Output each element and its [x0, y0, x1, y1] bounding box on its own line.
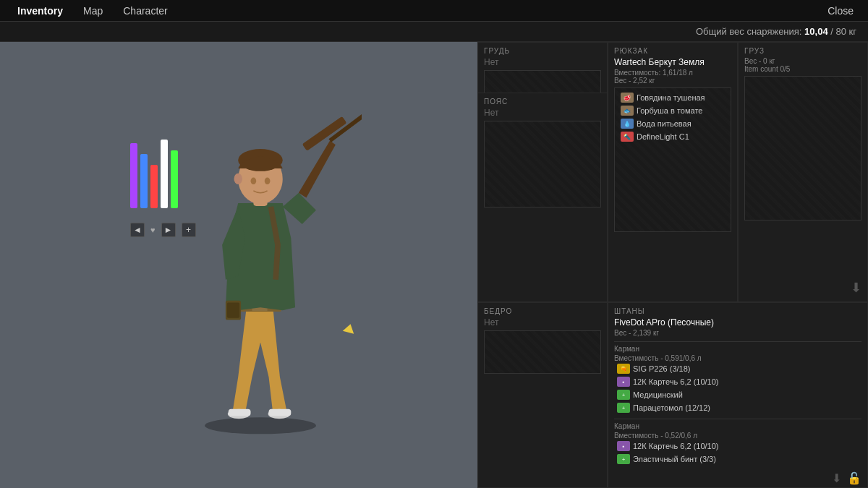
shtany-import-icon[interactable]: ⬇: [832, 471, 841, 485]
pocket-1-capacity: Вместимость - 0,591/0,6 л: [614, 354, 861, 362]
pocket-1: Карман Вместимость - 0,591/0,6 л 🔫 SIG P…: [614, 341, 861, 414]
stat-heart-icon: ♥: [150, 226, 156, 234]
character-svg: [159, 78, 362, 440]
svg-point-14: [234, 174, 242, 184]
para-label: Парацетомол (12/12): [633, 403, 710, 412]
inventory-panels: ГРУДЬ Нет РЮКЗАК Wartech Беркут Земля Вм…: [477, 42, 868, 488]
bandage-icon: +: [617, 454, 630, 464]
svg-rect-4: [269, 409, 292, 416]
ryukzak-capacity: Вместимость: 1,61/18 л: [614, 69, 731, 77]
shtany-actions: ⬇ 🔓: [614, 468, 861, 488]
bedro-content[interactable]: [484, 330, 601, 374]
weight-current: 10,04: [804, 26, 828, 37]
ammo2-label: 12К Картечь 6,2 (10/10): [633, 442, 719, 450]
stat-bar-blue: [140, 154, 148, 208]
gruz-count: Item count 0/5: [744, 65, 861, 73]
item-ammo1[interactable]: ▪ 12К Картечь 6,2 (10/10): [614, 375, 861, 388]
item-ammo2[interactable]: ▪ 12К Картечь 6,2 (10/10): [614, 440, 861, 453]
svg-rect-16: [227, 303, 239, 318]
poyas-label: ПОЯС: [484, 98, 601, 106]
pocket-2-items: ▪ 12К Картечь 6,2 (10/10) + Эластичный б…: [614, 440, 861, 466]
shtany-export-icon[interactable]: 🔓: [847, 471, 861, 485]
gruz-weight: Вес - 0 кг: [744, 57, 861, 65]
prev-stat-button[interactable]: ◄: [130, 223, 145, 237]
pocket-1-label: Карман: [614, 345, 861, 353]
weight-label: Общий вес снаряжения:: [696, 26, 802, 37]
water-label: Вода питьевая: [637, 119, 692, 128]
weight-bar: Общий вес снаряжения: 10,04 / 80 кг: [0, 22, 868, 42]
water-icon: 💧: [621, 119, 634, 129]
section-bedro: БЕДРО Нет: [477, 302, 608, 488]
top-nav: Inventory Map Character Close: [0, 0, 868, 22]
ryukzak-content[interactable]: 🥩 Говядина тушеная 🐟 Горбуша в томате 💧 …: [614, 87, 731, 232]
shtany-name: FiveDot APro (Песочные): [614, 317, 861, 328]
section-grud: ГРУДЬ Нет: [477, 42, 608, 100]
ammo2-icon: ▪: [617, 441, 630, 451]
close-button[interactable]: Close: [820, 5, 861, 17]
ryukzak-name: Wartech Беркут Земля: [614, 57, 731, 67]
svg-rect-3: [229, 409, 251, 416]
grud-label: ГРУДЬ: [484, 47, 601, 55]
main-layout: ◄ ♥ ► +: [0, 42, 868, 488]
weight-max: 80 кг: [835, 26, 856, 37]
nav-map[interactable]: Map: [73, 0, 113, 22]
beef-icon: 🥩: [621, 93, 634, 103]
poyas-name: Нет: [484, 108, 601, 118]
bandage-label: Эластичный бинт (3/3): [633, 455, 716, 463]
nav-character[interactable]: Character: [113, 0, 177, 22]
grud-name: Нет: [484, 57, 601, 67]
section-poyas: ПОЯС Нет: [477, 93, 608, 302]
sig-label: SIG P226 (3/18): [633, 364, 691, 373]
fish-icon: 🐟: [621, 106, 634, 116]
item-med[interactable]: + Медицинский: [614, 388, 861, 401]
gruz-content[interactable]: ⬇: [744, 76, 861, 221]
character-figure: [159, 85, 362, 432]
sig-icon: 🔫: [617, 364, 630, 374]
pocket-1-items: 🔫 SIG P226 (3/18) ▪ 12К Картечь 6,2 (10/…: [614, 362, 861, 414]
section-shtany: ШТАНЫ FiveDot APro (Песочные) Вес - 2,13…: [608, 302, 868, 488]
pocket-2-capacity: Вместимость - 0,52/0,6 л: [614, 432, 861, 440]
item-para[interactable]: + Парацетомол (12/12): [614, 401, 861, 414]
item-fish[interactable]: 🐟 Горбуша в томате: [618, 104, 728, 117]
stat-bar-purple: [130, 143, 137, 208]
ryukzak-label: РЮКЗАК: [614, 47, 731, 55]
bedro-name: Нет: [484, 317, 601, 328]
svg-point-12: [251, 178, 257, 185]
item-bandage[interactable]: + Эластичный бинт (3/3): [614, 453, 861, 466]
shtany-label: ШТАНЫ: [614, 307, 861, 315]
beef-label: Говядина тушеная: [637, 93, 705, 102]
light-label: DefineLight C1: [637, 132, 689, 141]
bedro-label: БЕДРО: [484, 307, 601, 315]
section-gruz: ГРУЗ Вес - 0 кг Item count 0/5 ⬇: [738, 42, 868, 302]
fish-label: Горбуша в томате: [637, 106, 702, 115]
gruz-label: ГРУЗ: [744, 47, 861, 55]
ammo1-label: 12К Картечь 6,2 (10/10): [633, 377, 719, 386]
svg-point-13: [265, 178, 271, 185]
poyas-content[interactable]: [484, 121, 601, 207]
med-label: Медицинский: [633, 390, 683, 399]
shtany-weight: Вес - 2,139 кг: [614, 329, 861, 337]
light-icon: 🔦: [621, 132, 634, 142]
gruz-import-icon[interactable]: ⬇: [851, 280, 861, 296]
svg-point-0: [205, 417, 316, 434]
pocket-2: Карман Вместимость - 0,52/0,6 л ▪ 12К Ка…: [614, 419, 861, 466]
section-ryukzak: РЮКЗАК Wartech Беркут Земля Вместимость:…: [608, 42, 738, 302]
item-sig[interactable]: 🔫 SIG P226 (3/18): [614, 362, 861, 375]
nav-inventory[interactable]: Inventory: [7, 0, 73, 22]
ammo1-icon: ▪: [617, 377, 630, 387]
med-icon: +: [617, 390, 630, 400]
ryukzak-weight: Вес - 2,52 кг: [614, 77, 731, 85]
para-icon: +: [617, 403, 630, 413]
item-beef[interactable]: 🥩 Говядина тушеная: [618, 91, 728, 104]
character-panel: ◄ ♥ ► +: [0, 42, 477, 488]
pocket-2-label: Карман: [614, 422, 861, 430]
item-water[interactable]: 💧 Вода питьевая: [618, 117, 728, 130]
stat-bar-red: [150, 165, 158, 208]
item-light[interactable]: 🔦 DefineLight C1: [618, 130, 728, 143]
